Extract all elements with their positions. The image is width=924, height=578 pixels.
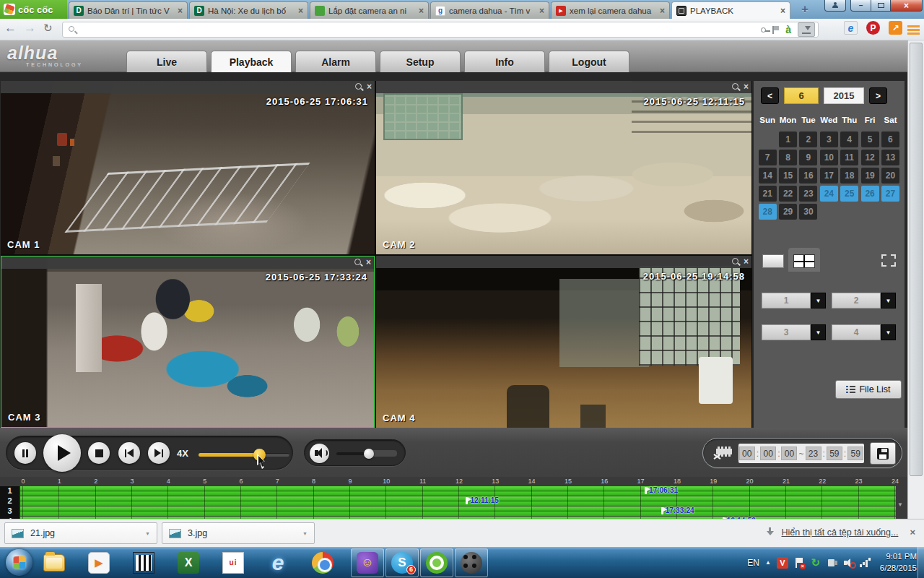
taskbar-app-ie[interactable]: e [261,548,295,577]
calendar-day-8[interactable]: 8 [779,150,797,165]
chevron-down-icon[interactable]: ▼ [881,324,896,340]
taskbar-app-skype[interactable]: S6 [385,548,419,577]
calendar-day-4[interactable]: 4 [840,131,858,147]
show-desktop-button[interactable] [918,547,924,578]
timeline-record-track-1[interactable]: 17:06:31 [20,486,896,496]
calendar-day-13[interactable]: 13 [881,150,899,165]
tray-net-icon[interactable] [860,557,871,569]
calendar-day-26[interactable]: 26 [861,186,879,202]
trend-extension-icon[interactable]: ↗ [889,21,902,35]
pinterest-extension-icon[interactable]: P [866,21,880,35]
url-field[interactable]: à [62,22,819,38]
show-all-downloads-link[interactable]: Hiển thị tất cả tệp tải xuống... [782,527,899,538]
reload-button[interactable]: ↻ [43,22,53,35]
taskbar-app-reel[interactable] [455,548,488,577]
back-button[interactable]: ← [4,21,17,35]
channel-select-1[interactable]: 1▼ [762,293,826,309]
taskbar-app-wmp[interactable]: ▶ [82,548,116,577]
time-field[interactable]: 59 [827,447,842,460]
timeline-caret-icon[interactable]: ▼ [897,501,903,508]
close-download-shelf-button[interactable]: × [910,527,915,538]
close-pane-icon[interactable]: × [744,257,749,266]
taskbar-app-excel[interactable]: X [172,548,205,577]
camera-pane-3[interactable]: ×2015-06-25 17:33:24CAM 3 [1,256,375,428]
calendar-day-27[interactable]: 27 [881,186,899,202]
browser-tab[interactable]: PLAYBACK× [671,1,790,19]
nav-tab-logout[interactable]: Logout [549,51,629,72]
channel-select-2[interactable]: 2▼ [832,293,896,309]
digital-zoom-icon[interactable] [732,258,740,266]
calendar-year[interactable]: 2015 [824,87,864,104]
calendar-day-20[interactable]: 20 [881,168,899,184]
tray-expand-icon[interactable]: ▲ [765,559,771,566]
tab-close-button[interactable]: × [780,6,785,16]
calendar-day-25[interactable]: 25 [840,186,858,202]
calendar-day-18[interactable]: 18 [840,168,858,184]
taskbar-app-coccoc[interactable] [420,548,453,577]
download-item[interactable]: 3.jpg▼ [162,522,315,544]
flag-icon[interactable] [772,26,779,34]
restore-button[interactable] [871,0,891,12]
time-field[interactable]: 00 [739,447,755,460]
chevron-down-icon[interactable]: ▼ [881,293,896,309]
page-scrollbar[interactable] [907,40,924,519]
quad-view-button[interactable] [793,254,815,268]
download-item-menu-icon[interactable]: ▼ [302,531,308,536]
calendar-day-23[interactable]: 23 [799,186,817,202]
calendar-day-12[interactable]: 12 [861,150,879,165]
digital-zoom-icon[interactable] [355,83,363,91]
fullscreen-icon[interactable] [881,254,896,267]
timeline-record-track-3[interactable]: 17:33:24 [20,506,896,516]
prev-frame-button[interactable] [118,442,140,464]
pause-button[interactable] [14,442,36,464]
time-field[interactable]: 00 [760,447,776,460]
time-field[interactable]: 23 [806,447,821,460]
calendar-day-14[interactable]: 14 [759,168,777,184]
file-list-button[interactable]: File List [835,380,902,399]
close-pane-icon[interactable]: × [366,258,371,267]
calendar-month[interactable]: 6 [784,87,819,104]
calendar-day-19[interactable]: 19 [861,168,879,184]
browser-tab[interactable]: gcamera dahua - Tìm v× [430,1,549,19]
calendar-day-11[interactable]: 11 [840,150,858,165]
taskbar-app-chrome[interactable] [306,548,339,577]
browser-tab[interactable]: ▶xem lại camera dahua× [551,1,670,19]
clip-scissors-icon[interactable] [713,447,732,460]
calendar-day-24[interactable]: 24 [820,186,838,202]
profile-button[interactable] [824,0,846,12]
close-window-button[interactable]: × [891,0,923,12]
vietnamese-input-icon[interactable]: à [785,25,791,35]
calendar-day-15[interactable]: 15 [779,168,797,184]
key-icon[interactable] [761,27,766,33]
download-tray-icon[interactable] [798,22,815,37]
browser-tab[interactable]: DHà Nội: Xe du lịch bố× [189,1,308,19]
mute-button[interactable] [310,444,329,463]
calendar-prev-button[interactable]: < [761,87,779,104]
calendar-day-22[interactable]: 22 [779,186,797,202]
camera-pane-1[interactable]: ×2015-06-25 17:06:31CAM 1 [1,81,375,254]
speed-slider[interactable] [199,453,289,457]
taskbar-clock[interactable]: 9:01 PM 6/28/2015 [880,551,917,574]
tray-mute-icon[interactable] [843,557,855,569]
close-pane-icon[interactable]: × [367,82,372,91]
nav-tab-info[interactable]: Info [464,51,545,72]
chevron-down-icon[interactable]: ▼ [811,324,826,340]
calendar-day-17[interactable]: 17 [820,168,838,184]
calendar-day-30[interactable]: 30 [799,204,817,220]
coccoc-brand[interactable]: cốc cốc [0,0,67,19]
calendar-day-29[interactable]: 29 [779,204,797,220]
forward-button[interactable]: → [24,21,36,35]
nav-tab-playback[interactable]: Playback [211,51,292,72]
nav-tab-live[interactable]: Live [126,51,207,72]
download-item[interactable]: 21.jpg▼ [4,522,157,544]
tab-close-button[interactable]: × [539,6,544,16]
taskbar-app-yahoo[interactable]: ☺ [351,548,384,577]
calendar-day-1[interactable]: 1 [779,131,797,147]
calendar-day-5[interactable]: 5 [861,131,879,147]
tab-close-button[interactable]: × [178,6,183,16]
tray-sync-icon[interactable]: ↻ [810,557,821,569]
stop-button[interactable] [88,442,110,464]
taskbar-app-barcode[interactable] [127,548,160,577]
save-clip-button[interactable] [870,442,896,465]
minimize-button[interactable]: – [850,0,871,12]
